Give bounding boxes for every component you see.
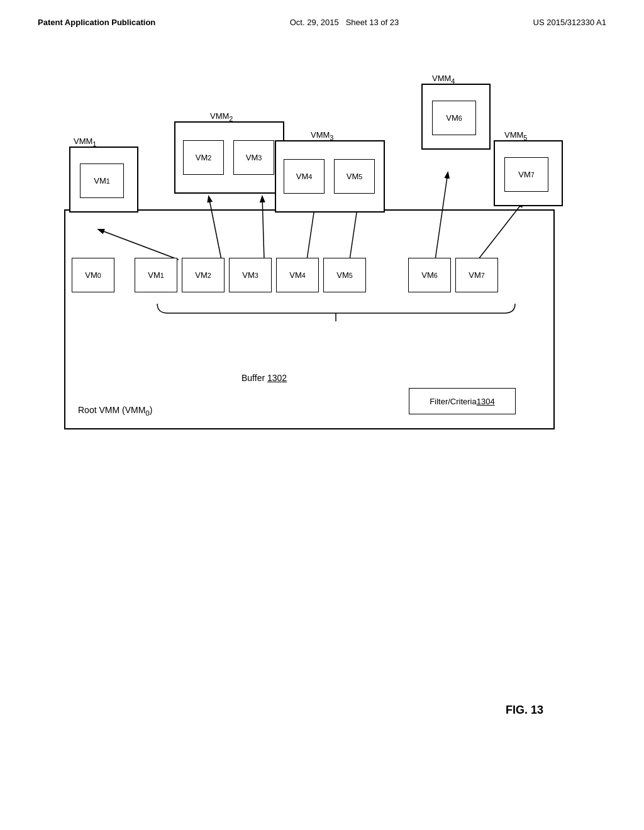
vmm3-vm5: VM5 (334, 159, 375, 194)
vmm2-vm2: VM2 (183, 140, 224, 175)
vmm3-box: VMM3 VM4 VM5 (275, 140, 385, 213)
header-center: Oct. 29, 2015 Sheet 13 of 23 (290, 18, 399, 27)
vmm1-label: VMM1 (74, 136, 96, 148)
root-vm4: VM4 (276, 258, 319, 292)
root-vm5: VM5 (323, 258, 366, 292)
header-right: US 2015/312330 A1 (533, 18, 606, 27)
header-left: Patent Application Publication (38, 18, 155, 27)
root-vm1: VM1 (135, 258, 177, 292)
diagram: VM0 VM1 VM2 VM3 VM4 VM5 VM6 VM7 Buffer 1… (64, 65, 580, 505)
vmm5-label: VMM5 (504, 130, 527, 141)
vmm3-vm4: VM4 (284, 159, 325, 194)
vmm4-box: VMM4 VM6 (421, 84, 491, 150)
root-vmm-label: Root VMM (VMM0) (78, 405, 153, 417)
vmm2-box: VMM2 VM2 VM3 (174, 121, 284, 194)
vmm2-vm3: VM3 (233, 140, 274, 175)
fig-label: FIG. 13 (506, 704, 543, 717)
root-vm0: VM0 (72, 258, 114, 292)
vmm3-label: VMM3 (311, 130, 333, 141)
root-vmm-box: VM0 VM1 VM2 VM3 VM4 VM5 VM6 VM7 Buffer 1… (64, 209, 555, 429)
vmm5-box: VMM5 VM7 (494, 140, 563, 206)
vmm2-label: VMM2 (210, 111, 233, 123)
root-vm2: VM2 (182, 258, 225, 292)
vmm1-box: VMM1 VM1 (69, 147, 138, 213)
vmm5-vm7: VM7 (504, 157, 548, 192)
root-vm6: VM6 (408, 258, 451, 292)
buffer-label: Buffer 1302 (242, 373, 287, 383)
root-vm7: VM7 (455, 258, 498, 292)
root-vm3: VM3 (229, 258, 272, 292)
vmm4-label: VMM4 (432, 74, 455, 85)
vmm4-vm6: VM6 (432, 101, 476, 135)
filter-criteria-box: Filter/Criteria 1304 (409, 388, 516, 414)
vmm1-vm1: VM1 (80, 163, 124, 198)
